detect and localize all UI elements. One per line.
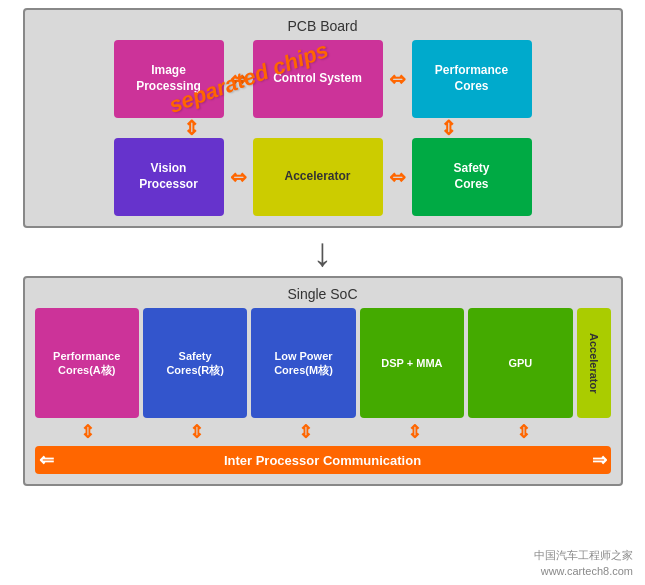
pcb-title: PCB Board <box>35 18 611 34</box>
main-container: PCB Board ImageProcessing ⇔ Control Syst… <box>0 0 645 585</box>
v-arrow-2: ⇕ <box>389 116 509 140</box>
pcb-inner: ImageProcessing ⇔ Control System ⇔ Perfo… <box>35 40 611 216</box>
ipc-bar: ⇐ Inter Processor Communication ⇒ <box>35 446 611 474</box>
vision-processor-chip: VisionProcessor <box>114 138 224 216</box>
arrow-h-1: ⇔ <box>230 67 247 91</box>
soc-arrows-row: ⇕ ⇕ ⇕ ⇕ ⇕ <box>35 421 611 443</box>
v-arrow-1: ⇕ <box>137 116 247 140</box>
soc-v-arrow-2: ⇕ <box>144 421 249 443</box>
soc-lowpower-chip: Low PowerCores(M核) <box>251 308 355 418</box>
soc-v-arrow-acc <box>581 421 611 443</box>
pcb-row-2: VisionProcessor ⇔ Accelerator ⇔ SafetyCo… <box>35 138 611 216</box>
soc-v-arrow-4: ⇕ <box>362 421 467 443</box>
arrow-h-3: ⇔ <box>230 165 247 189</box>
watermark-line2: www.cartech8.com <box>534 564 633 579</box>
soc-v-arrow-1: ⇕ <box>35 421 140 443</box>
soc-safety-chip: SafetyCores(R核) <box>143 308 247 418</box>
soc-title: Single SoC <box>35 286 611 302</box>
pcb-section: PCB Board ImageProcessing ⇔ Control Syst… <box>23 8 623 228</box>
arrow-h-2: ⇔ <box>389 67 406 91</box>
control-system-chip: Control System <box>253 40 383 118</box>
soc-acc-chip: Accelerator <box>577 308 611 418</box>
ipc-arrow-left: ⇐ <box>39 449 54 471</box>
safety-cores-chip: SafetyCores <box>412 138 532 216</box>
soc-chips-row: PerformanceCores(A核) SafetyCores(R核) Low… <box>35 308 611 418</box>
down-arrow: ↓ <box>313 232 333 272</box>
soc-section: Single SoC PerformanceCores(A核) SafetyCo… <box>23 276 623 486</box>
soc-perf-chip: PerformanceCores(A核) <box>35 308 139 418</box>
soc-v-arrow-5: ⇕ <box>471 421 576 443</box>
pcb-row-1: ImageProcessing ⇔ Control System ⇔ Perfo… <box>35 40 611 118</box>
performance-cores-chip: PerformanceCores <box>412 40 532 118</box>
image-processing-chip: ImageProcessing <box>114 40 224 118</box>
watermark-line1: 中国汽车工程师之家 <box>534 548 633 563</box>
soc-dsp-chip: DSP + MMA <box>360 308 464 418</box>
ipc-label: Inter Processor Communication <box>224 453 421 468</box>
accelerator-chip: Accelerator <box>253 138 383 216</box>
arrow-h-4: ⇔ <box>389 165 406 189</box>
soc-v-arrow-3: ⇕ <box>253 421 358 443</box>
watermark: 中国汽车工程师之家 www.cartech8.com <box>534 548 633 579</box>
pcb-mid-row: ⇕ ⇕ <box>35 118 611 138</box>
soc-gpu-chip: GPU <box>468 308 572 418</box>
ipc-arrow-right: ⇒ <box>592 449 607 471</box>
